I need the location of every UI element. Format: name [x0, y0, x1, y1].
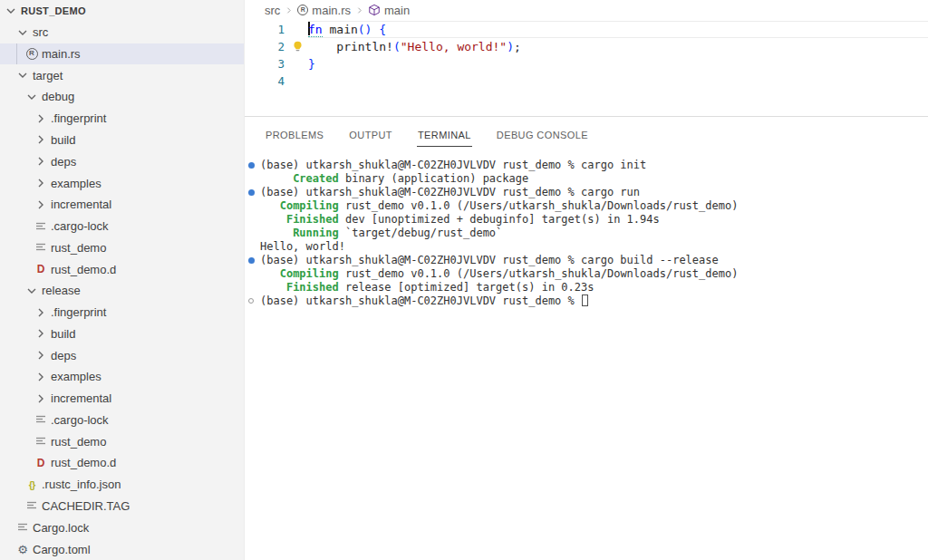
terminal-text — [260, 172, 293, 185]
tree-item--cargo-lock[interactable]: .cargo-lock — [0, 410, 244, 431]
text-file-icon — [34, 412, 48, 427]
tree-item--fingerprint[interactable]: .fingerprint — [0, 302, 244, 323]
panel-tab-terminal[interactable]: TERMINAL — [417, 128, 472, 147]
panel-tab-output[interactable]: OUTPUT — [348, 128, 393, 147]
json-file-icon: {} — [24, 478, 39, 492]
tree-item-label: build — [51, 133, 75, 147]
code-line-content: println!("Hello, world!"); — [308, 38, 928, 55]
breadcrumb-label: src — [265, 4, 280, 17]
terminal-text: Compiling — [280, 267, 339, 280]
tree-item-cargo-toml[interactable]: ⚙Cargo.toml — [0, 538, 244, 560]
code-token — [308, 40, 336, 53]
terminal-text — [260, 267, 280, 280]
chevron-right-icon[interactable] — [34, 348, 48, 362]
terminal-text — [260, 281, 286, 294]
tree-item-deps[interactable]: deps — [0, 150, 244, 172]
code-line[interactable]: 4 — [245, 72, 928, 90]
terminal-text — [260, 199, 280, 212]
tree-item-examples[interactable]: examples — [0, 172, 244, 194]
command-pending-bullet — [248, 298, 254, 304]
tree-item--cargo-lock[interactable]: .cargo-lock — [0, 216, 244, 237]
explorer-root-header[interactable]: RUST_DEMO — [0, 0, 244, 22]
tree-item-rust-demo[interactable]: rust_demo — [0, 237, 244, 258]
breadcrumb-item-src[interactable]: src — [265, 4, 280, 17]
file-tree: srcRmain.rstargetdebug.fingerprintbuildd… — [0, 22, 244, 560]
tree-item-debug[interactable]: debug — [0, 86, 244, 108]
breadcrumb-item-main-symbol[interactable]: main — [368, 4, 410, 17]
code-token: ; — [514, 40, 521, 53]
terminal-output[interactable]: (base) utkarsh_shukla@M-C02ZH0JVLVDV rus… — [245, 147, 928, 560]
panel-tab-problems[interactable]: PROBLEMS — [265, 128, 324, 147]
chevron-down-icon[interactable] — [15, 25, 30, 40]
chevron-right-icon[interactable] — [34, 176, 48, 190]
code-token: { — [379, 23, 386, 36]
d-file-icon: D — [34, 262, 48, 276]
chevron-down-icon[interactable] — [24, 284, 39, 298]
chevron-right-icon[interactable] — [34, 111, 48, 126]
tree-item-target[interactable]: target — [0, 64, 244, 86]
tree-item-incremental[interactable]: incremental — [0, 388, 244, 410]
chevron-down-icon[interactable] — [24, 90, 39, 104]
terminal-text: (base) utkarsh_shukla@M-C02ZH0JVLVDV rus… — [260, 159, 646, 171]
lightbulb-icon[interactable] — [292, 41, 304, 53]
terminal-text — [260, 213, 286, 226]
terminal-line: Compiling rust_demo v0.1.0 (/Users/utkar… — [260, 199, 928, 213]
tree-item-src[interactable]: src — [0, 22, 244, 43]
terminal-text: Finished — [286, 213, 339, 226]
tree-item-rust-demo[interactable]: rust_demo — [0, 430, 244, 452]
tree-item-label: rust_demo.d — [51, 263, 116, 276]
rust-file-icon: R — [297, 5, 308, 15]
tree-item-cargo-lock[interactable]: Cargo.lock — [0, 517, 244, 538]
chevron-down-icon[interactable] — [15, 68, 30, 82]
tree-item-rust-demo-d[interactable]: Drust_demo.d — [0, 258, 244, 280]
chevron-right-icon[interactable] — [34, 391, 48, 406]
tree-item-label: deps — [51, 155, 76, 169]
code-line[interactable]: 2 println!("Hello, world!"); — [245, 38, 928, 55]
panel-tab-debug-console[interactable]: DEBUG CONSOLE — [496, 128, 589, 147]
chevron-right-icon[interactable] — [34, 370, 48, 384]
indent-guide — [16, 43, 17, 65]
terminal-line: Finished dev [unoptimized + debuginfo] t… — [260, 213, 928, 227]
tree-item-examples[interactable]: examples — [0, 366, 244, 388]
chevron-right-icon[interactable] — [34, 326, 48, 341]
command-success-bullet — [248, 189, 255, 196]
editor-and-panel: src R main.rs — [245, 0, 928, 560]
bottom-panel: PROBLEMSOUTPUTTERMINALDEBUG CONSOLE (bas… — [245, 116, 928, 560]
chevron-right-icon[interactable] — [34, 198, 48, 212]
tree-item-label: .cargo-lock — [51, 413, 109, 427]
terminal-text: Compiling — [280, 199, 339, 212]
code-token: "Hello, world!" — [401, 40, 507, 53]
terminal-line: Hello, world! — [260, 240, 928, 254]
code-token: ) — [507, 40, 514, 53]
tree-item-incremental[interactable]: incremental — [0, 194, 244, 216]
tree-item-label: Cargo.toml — [33, 543, 91, 556]
tree-item-rust-demo-d[interactable]: Drust_demo.d — [0, 452, 244, 474]
code-editor[interactable]: 1fn main() {2 println!("Hello, world!");… — [245, 20, 928, 90]
chevron-right-icon[interactable] — [34, 305, 48, 320]
code-line[interactable]: 3} — [245, 55, 928, 72]
code-token: println! — [336, 40, 393, 53]
tree-item-label: debug — [42, 90, 74, 103]
line-number: 4 — [277, 72, 285, 90]
tree-item-release[interactable]: release — [0, 280, 244, 302]
tree-item-build[interactable]: build — [0, 323, 244, 344]
tree-item-deps[interactable]: deps — [0, 344, 244, 366]
tree-item-cachedir-tag[interactable]: CACHEDIR.TAG — [0, 496, 244, 517]
chevron-down-icon[interactable] — [4, 4, 18, 18]
terminal-line: Running `target/debug/rust_demo` — [260, 227, 928, 240]
code-line[interactable]: 1fn main() { — [245, 21, 928, 38]
editor-gutter: 1 — [245, 21, 308, 38]
tree-item--fingerprint[interactable]: .fingerprint — [0, 108, 244, 130]
tree-item-label: target — [33, 69, 63, 82]
breadcrumb-item-mainrs[interactable]: R main.rs — [297, 4, 351, 17]
tree-item-label: deps — [51, 349, 76, 362]
tree-item--rustc-info-json[interactable]: {}.rustc_info.json — [0, 474, 244, 496]
tree-item-build[interactable]: build — [0, 130, 244, 151]
tree-item-label: build — [51, 327, 75, 341]
chevron-right-icon[interactable] — [34, 132, 48, 147]
chevron-right-icon[interactable] — [34, 154, 48, 169]
code-line-content: } — [308, 55, 928, 72]
tree-item-main-rs[interactable]: Rmain.rs — [0, 43, 244, 65]
tree-item-label: examples — [51, 370, 102, 383]
code-line-content — [308, 72, 928, 90]
